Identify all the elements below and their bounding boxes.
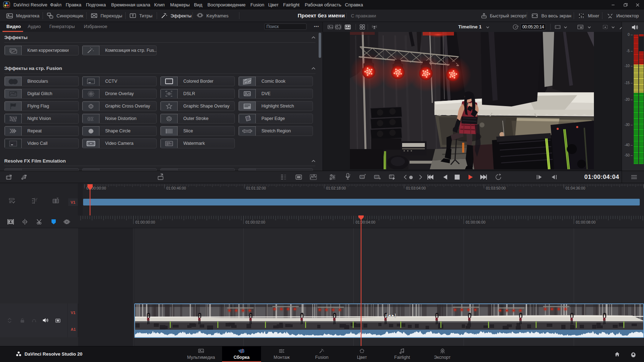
svg-text:POI: POI bbox=[361, 176, 364, 178]
svg-text:POI: POI bbox=[375, 176, 379, 178]
svg-text:HQ: HQ bbox=[580, 27, 583, 28]
